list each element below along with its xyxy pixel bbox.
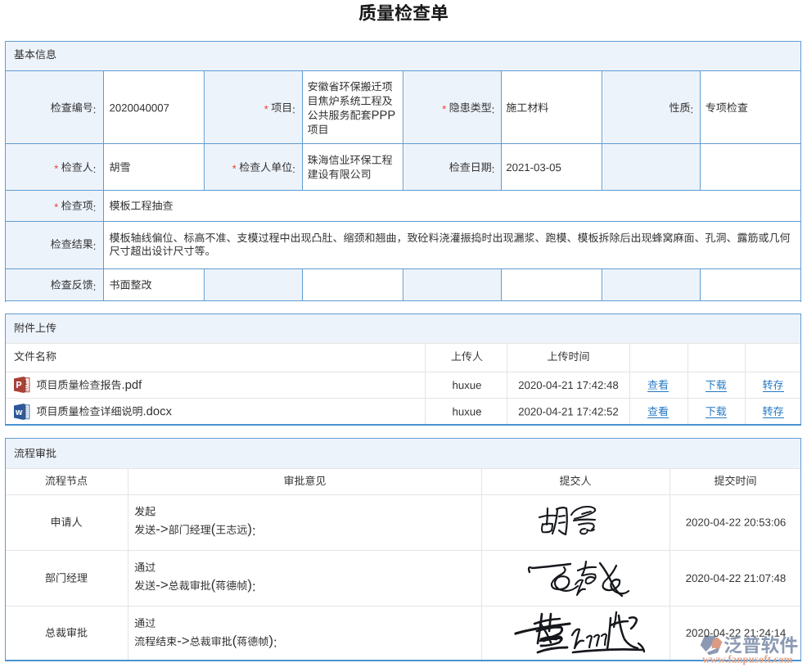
svg-text:P: P bbox=[16, 380, 22, 390]
svg-text:w: w bbox=[15, 407, 23, 417]
